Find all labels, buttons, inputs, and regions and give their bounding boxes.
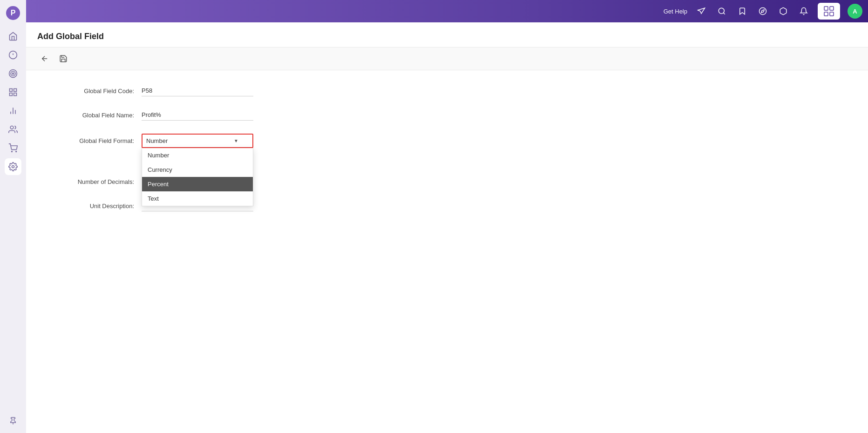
sidebar-item-grid[interactable] bbox=[5, 84, 21, 101]
field-format-dropdown-wrapper: Number ▼ Number Currency Percent Text bbox=[142, 134, 253, 148]
svg-rect-26 bbox=[824, 12, 828, 16]
form-area: Global Field Code: Global Field Name: Gl… bbox=[26, 70, 868, 433]
svg-point-17 bbox=[16, 151, 17, 152]
sidebar-item-cart[interactable] bbox=[5, 140, 21, 156]
toolbar bbox=[26, 47, 868, 70]
chevron-down-icon: ▼ bbox=[234, 138, 238, 143]
svg-rect-8 bbox=[10, 89, 13, 92]
sidebar-item-targets[interactable] bbox=[5, 65, 21, 82]
page-header: Add Global Field bbox=[26, 22, 868, 47]
sidebar-item-feed[interactable] bbox=[5, 47, 21, 63]
dropdown-menu: Number Currency Percent Text bbox=[142, 148, 253, 206]
app-logo[interactable]: P bbox=[4, 4, 22, 22]
megaphone-icon[interactable] bbox=[695, 5, 708, 18]
main-area: Get Help A Add Global Fie bbox=[26, 0, 868, 433]
sidebar-item-reports[interactable] bbox=[5, 102, 21, 119]
field-code-input[interactable] bbox=[142, 85, 253, 96]
svg-marker-23 bbox=[761, 10, 764, 13]
svg-point-15 bbox=[10, 126, 14, 129]
svg-rect-25 bbox=[830, 7, 834, 10]
svg-point-16 bbox=[12, 151, 13, 152]
field-name-row: Global Field Name: bbox=[48, 109, 846, 121]
page-title: Add Global Field bbox=[37, 32, 857, 41]
sidebar-item-settings[interactable] bbox=[5, 158, 21, 175]
field-format-row: Global Field Format: Number ▼ Number Cur… bbox=[48, 134, 846, 148]
field-code-label: Global Field Code: bbox=[48, 88, 142, 95]
svg-text:P: P bbox=[11, 9, 16, 17]
back-button[interactable] bbox=[37, 51, 52, 66]
svg-rect-27 bbox=[830, 12, 834, 16]
dropdown-item-percent[interactable]: Percent bbox=[142, 177, 253, 191]
box-icon[interactable] bbox=[777, 5, 790, 18]
svg-rect-10 bbox=[10, 93, 13, 96]
svg-line-21 bbox=[723, 13, 725, 14]
svg-point-18 bbox=[12, 166, 14, 168]
save-button[interactable] bbox=[56, 51, 71, 66]
sidebar-item-users[interactable] bbox=[5, 121, 21, 138]
compass-icon[interactable] bbox=[756, 5, 769, 18]
dropdown-item-currency[interactable]: Currency bbox=[142, 162, 253, 177]
integration-button[interactable] bbox=[818, 3, 840, 20]
svg-rect-24 bbox=[824, 7, 828, 10]
dropdown-item-text[interactable]: Text bbox=[142, 191, 253, 206]
field-name-label: Global Field Name: bbox=[48, 112, 142, 119]
bookmark-icon[interactable] bbox=[736, 5, 749, 18]
bell-icon[interactable] bbox=[797, 5, 810, 18]
svg-point-22 bbox=[760, 8, 766, 15]
dropdown-item-number[interactable]: Number bbox=[142, 148, 253, 162]
unit-desc-label: Unit Description: bbox=[48, 203, 142, 210]
field-format-dropdown[interactable]: Number ▼ bbox=[142, 134, 253, 148]
sidebar-item-home[interactable] bbox=[5, 28, 21, 45]
field-format-label: Global Field Format: bbox=[48, 137, 142, 144]
svg-point-6 bbox=[11, 71, 15, 76]
num-decimals-label: Number of Decimals: bbox=[48, 178, 142, 185]
dropdown-selected-value: Number bbox=[146, 137, 168, 144]
field-name-input[interactable] bbox=[142, 109, 253, 121]
user-avatar[interactable]: A bbox=[848, 4, 862, 19]
pin-icon[interactable] bbox=[5, 413, 21, 429]
content-area: Add Global Field Global Field Code: Glob… bbox=[26, 22, 868, 433]
svg-rect-9 bbox=[14, 89, 17, 92]
get-help-link[interactable]: Get Help bbox=[664, 8, 687, 15]
svg-point-7 bbox=[12, 73, 14, 74]
svg-rect-11 bbox=[14, 93, 17, 96]
field-code-row: Global Field Code: bbox=[48, 85, 846, 96]
search-icon[interactable] bbox=[715, 5, 728, 18]
top-header: Get Help A bbox=[26, 0, 868, 22]
svg-point-20 bbox=[719, 8, 724, 14]
sidebar: P bbox=[0, 0, 26, 433]
